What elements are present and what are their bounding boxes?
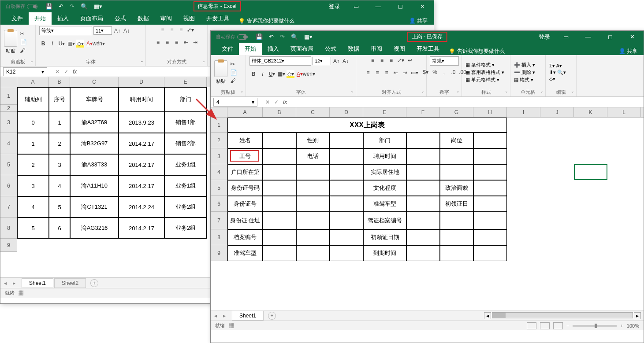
selected-cell[interactable] xyxy=(574,164,607,180)
cell[interactable] xyxy=(440,164,473,180)
redo-icon[interactable]: ↷ xyxy=(70,3,74,10)
cell[interactable]: 初领证日 xyxy=(440,196,473,212)
cell-styles-button[interactable]: ▦ 单元格样式▾ xyxy=(465,77,504,83)
cell[interactable] xyxy=(473,212,507,229)
col-header[interactable]: F xyxy=(406,107,440,117)
cell[interactable]: 渝A11H10 xyxy=(70,175,119,196)
tell-me[interactable]: 💡 告诉我你想要做什么 xyxy=(238,17,294,25)
col-header[interactable]: A xyxy=(17,77,49,87)
cell[interactable]: 聘用时间 xyxy=(119,87,164,112)
col-header[interactable]: L xyxy=(607,107,641,117)
cell[interactable]: 渝A32T69 xyxy=(70,112,119,133)
cell[interactable]: 销售1部 xyxy=(164,112,207,133)
sheet-tab-1[interactable]: Sheet1 xyxy=(232,311,264,321)
font-name-combo[interactable]: 等线 ▾ xyxy=(39,26,92,35)
tab-data[interactable]: 数据 xyxy=(132,12,155,25)
tab-home[interactable]: 开始 xyxy=(29,12,52,25)
row-header[interactable]: 8 xyxy=(0,218,17,239)
fill-color-button[interactable]: ◇▾ xyxy=(76,40,84,48)
tab-home[interactable]: 开始 xyxy=(239,43,262,55)
save-icon[interactable]: 💾 xyxy=(256,33,263,40)
fill-button[interactable]: ⬇▾ 🔍▾ xyxy=(549,70,566,75)
cell[interactable] xyxy=(263,245,296,261)
insert-cells-button[interactable]: ➕ 插入▾ xyxy=(514,62,535,68)
cell[interactable]: 5 xyxy=(17,218,49,239)
cell[interactable] xyxy=(440,245,473,261)
cell[interactable]: 姓名 xyxy=(227,133,263,148)
hscroll-right[interactable]: ▸ xyxy=(634,312,641,319)
col-header[interactable]: K xyxy=(574,107,607,117)
cell[interactable]: 驾证档案编号 xyxy=(363,212,406,229)
align-top-icon[interactable]: ≡ xyxy=(369,56,377,64)
cell[interactable]: 部门 xyxy=(164,87,207,112)
align-center-icon[interactable]: ≡ xyxy=(373,69,381,77)
percent-icon[interactable]: % xyxy=(431,68,439,76)
cell[interactable]: 2 xyxy=(17,154,49,175)
normal-view-icon[interactable] xyxy=(527,322,536,329)
page-layout-view-icon[interactable] xyxy=(540,322,550,329)
cell[interactable]: 2013.9.23 xyxy=(119,112,164,133)
wrap-text-icon[interactable]: ↩ xyxy=(406,56,414,64)
sheet-tab-1[interactable]: Sheet1 xyxy=(22,278,53,288)
paste-button[interactable]: 粘贴 xyxy=(214,60,227,85)
cell[interactable] xyxy=(330,196,363,212)
cell[interactable] xyxy=(330,180,363,196)
border-button[interactable]: ▦▾ xyxy=(67,40,75,48)
align-center-icon[interactable]: ≡ xyxy=(164,38,171,46)
col-header[interactable]: H xyxy=(473,107,507,117)
cell[interactable] xyxy=(296,245,330,261)
row-header[interactable]: 5 xyxy=(0,154,17,175)
align-right-icon[interactable]: ≡ xyxy=(383,69,391,77)
cell[interactable]: 6 xyxy=(49,218,70,239)
border-button[interactable]: ▦▾ xyxy=(277,70,285,78)
underline-button[interactable]: U▾ xyxy=(268,70,276,78)
hscroll-left[interactable]: ◂ xyxy=(484,312,491,319)
cell[interactable]: 销售2部 xyxy=(164,133,207,154)
cell[interactable]: 4 xyxy=(17,196,49,218)
cell[interactable]: 2014.2.24 xyxy=(119,196,164,218)
minimize-icon[interactable]: — xyxy=(372,2,384,11)
inc-decimal-icon[interactable]: .0 xyxy=(450,68,458,76)
cell[interactable] xyxy=(406,245,440,261)
cell[interactable]: 业务1组 xyxy=(164,175,207,196)
bold-button[interactable]: B xyxy=(249,70,257,78)
redo-icon[interactable]: ↷ xyxy=(280,33,285,40)
cell[interactable]: 准驾车型 xyxy=(363,196,406,212)
fx-icon[interactable]: fx xyxy=(73,69,77,75)
share-button[interactable]: 👤 共享 xyxy=(409,17,428,25)
tab-formula[interactable]: 公式 xyxy=(319,43,342,55)
cell[interactable] xyxy=(330,148,363,164)
cut-icon[interactable]: ✂ xyxy=(20,30,27,37)
sheet-nav-prev[interactable]: ◂ xyxy=(214,313,217,319)
cell[interactable]: 身份证号 xyxy=(227,196,263,212)
phonetic-button[interactable]: wén▾ xyxy=(95,40,103,48)
cell[interactable] xyxy=(406,133,440,148)
cell[interactable]: 准驾车型 xyxy=(227,245,263,261)
sheet-tab-2[interactable]: Sheet2 xyxy=(54,278,86,288)
cell[interactable] xyxy=(330,245,363,261)
cell[interactable]: 部门 xyxy=(363,133,406,148)
row-header[interactable]: 5 xyxy=(211,180,227,196)
cell[interactable]: 渝AG3216 xyxy=(70,218,119,239)
autosave-toggle[interactable] xyxy=(237,34,248,40)
sheet-nav-prev[interactable]: ◂ xyxy=(4,280,7,286)
cell[interactable]: 2014.2.17 xyxy=(119,154,164,175)
fx-icon[interactable]: fx xyxy=(283,99,287,105)
print-preview-icon[interactable]: 🔍 xyxy=(81,3,88,10)
undo-icon[interactable]: ↶ xyxy=(59,3,63,10)
macro-record-icon[interactable]: ▦ xyxy=(229,323,234,328)
cancel-edit-icon[interactable]: ✕ xyxy=(265,99,270,105)
macro-record-icon[interactable]: ▦ xyxy=(19,290,23,295)
cell[interactable]: 工号 xyxy=(227,148,263,164)
tab-formula[interactable]: 公式 xyxy=(109,12,132,25)
cell[interactable]: 政治面貌 xyxy=(440,180,473,196)
row-header[interactable]: 1 xyxy=(211,118,227,133)
select-all-corner[interactable] xyxy=(211,107,227,117)
cell[interactable]: 车牌号 xyxy=(70,87,119,112)
cell[interactable] xyxy=(263,229,296,245)
align-left-icon[interactable]: ≡ xyxy=(154,38,162,46)
cell[interactable]: 岗位 xyxy=(440,133,473,148)
font-size-combo[interactable]: 12 ▾ xyxy=(313,57,331,65)
tab-dev[interactable]: 开发工具 xyxy=(201,12,235,25)
row-header[interactable]: 8 xyxy=(211,229,227,245)
